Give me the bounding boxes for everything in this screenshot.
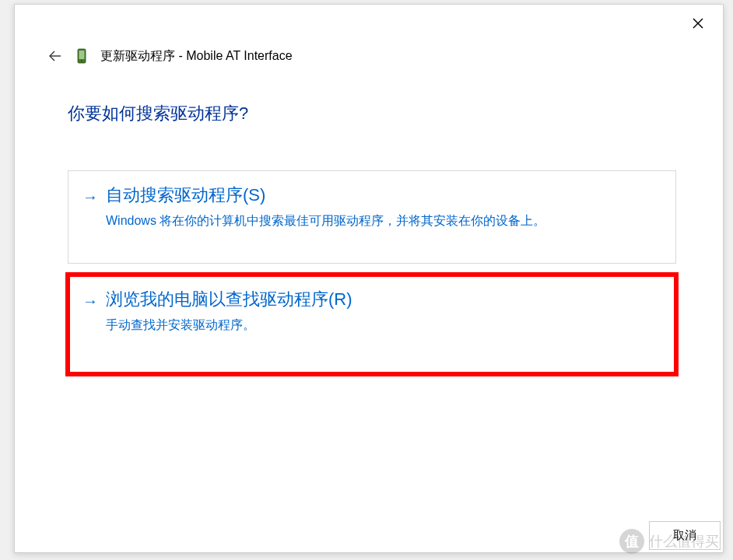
update-driver-dialog: 更新驱动程序 - Mobile AT Interface 你要如何搜索驱动程序?… <box>14 4 724 553</box>
close-icon <box>693 18 703 29</box>
dialog-heading: 你要如何搜索驱动程序? <box>68 102 676 125</box>
option-browse-computer[interactable]: → 浏览我的电脑以查找驱动程序(R) 手动查找并安装驱动程序。 <box>68 275 676 374</box>
option-auto-search[interactable]: → 自动搜索驱动程序(S) Windows 将在你的计算机中搜索最佳可用驱动程序… <box>68 170 676 264</box>
option-description: Windows 将在你的计算机中搜索最佳可用驱动程序，并将其安装在你的设备上。 <box>106 212 661 230</box>
option-description: 手动查找并安装驱动程序。 <box>106 316 661 334</box>
dialog-title: 更新驱动程序 - Mobile AT Interface <box>100 48 293 65</box>
back-button[interactable] <box>47 48 63 64</box>
option-title: 自动搜索驱动程序(S) <box>106 184 265 207</box>
arrow-right-icon: → <box>82 292 98 310</box>
dialog-content: 你要如何搜索驱动程序? → 自动搜索驱动程序(S) Windows 将在你的计算… <box>15 65 723 374</box>
svg-point-5 <box>81 61 82 62</box>
close-button[interactable] <box>682 11 714 36</box>
arrow-right-icon: → <box>82 188 98 206</box>
svg-rect-4 <box>79 51 85 59</box>
dialog-header: 更新驱动程序 - Mobile AT Interface <box>15 5 723 65</box>
device-icon <box>75 47 88 65</box>
back-arrow-icon <box>48 49 62 63</box>
cancel-button[interactable]: 取消 <box>649 521 721 550</box>
option-title: 浏览我的电脑以查找驱动程序(R) <box>106 288 352 311</box>
dialog-footer: 取消 <box>649 521 721 550</box>
